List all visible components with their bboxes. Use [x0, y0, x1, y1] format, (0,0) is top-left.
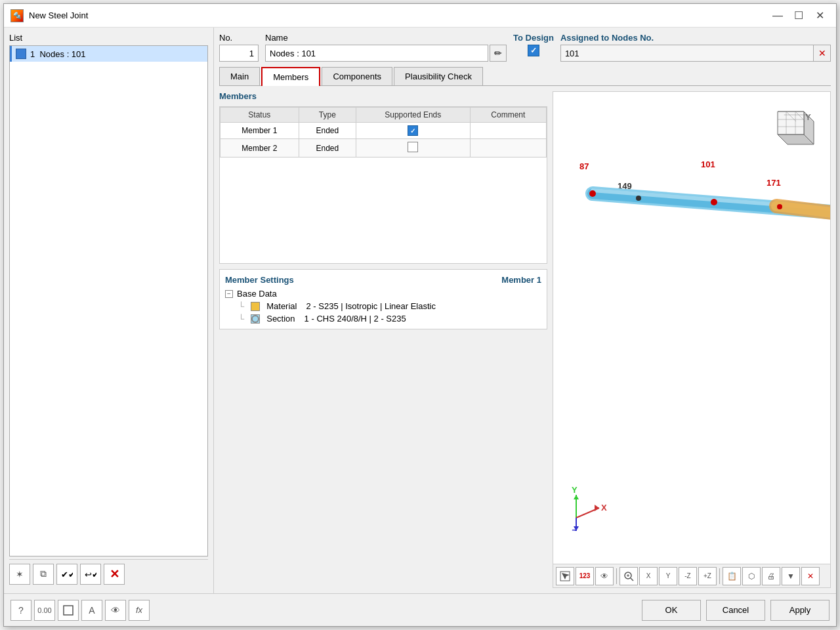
table-row[interactable]: Member 2 Ended — [220, 139, 547, 158]
section-circle — [251, 315, 259, 323]
top-bar: No. Name ✏ To Design Assigned to Nodes N… — [219, 33, 831, 62]
view-canvas[interactable]: Y 87 149 101 171 115 — [553, 92, 830, 564]
assigned-label: Assigned to Nodes No. — [560, 33, 831, 43]
ms-active-member: Member 1 — [501, 275, 541, 285]
formula-btn[interactable]: fx — [129, 600, 150, 621]
svg-text:Y: Y — [805, 112, 811, 122]
section-label: Section — [266, 314, 295, 324]
view-btn-y-axis[interactable]: Y — [659, 567, 677, 585]
view-btn-close[interactable]: ✕ — [801, 567, 820, 585]
add-icon-btn[interactable]: ✶ — [9, 564, 30, 585]
close-button[interactable]: ✕ — [810, 7, 830, 25]
svg-marker-33 — [574, 495, 579, 499]
list-item-text: 1 Nodes : 101 — [30, 49, 86, 59]
base-data-row[interactable]: − Base Data — [225, 289, 541, 299]
svg-text:Z: Z — [572, 528, 577, 531]
apply-button[interactable]: Apply — [770, 600, 830, 621]
name-label: Name — [265, 33, 507, 43]
units-btn[interactable] — [58, 600, 79, 621]
section-row: └ Section 1 - CHS 240/8/H | 2 - S235 — [238, 314, 541, 324]
no-field-group: No. — [219, 33, 259, 62]
supported-ends-checkbox-1[interactable] — [408, 125, 418, 136]
list-box[interactable]: 1 Nodes : 101 — [9, 45, 208, 556]
svg-rect-43 — [64, 606, 73, 615]
left-bottom-toolbar: ✶ ⧉ ✔✔ ↩✔ ✕ — [9, 559, 208, 588]
col-comment: Comment — [470, 108, 546, 123]
cell-comment-2 — [470, 139, 546, 158]
view-btn-x-axis[interactable]: X — [639, 567, 658, 585]
svg-text:101: 101 — [701, 159, 715, 169]
members-section-header: Members — [219, 91, 547, 101]
cell-comment-1 — [470, 123, 546, 139]
tab-members[interactable]: Members — [261, 67, 320, 86]
tab-components[interactable]: Components — [322, 67, 392, 85]
assigned-input-row: ✕ — [560, 45, 831, 62]
beam-diagram: 87 149 101 171 115 — [573, 158, 830, 236]
check-all-icon-btn[interactable]: ✔✔ — [56, 564, 77, 585]
minimize-button[interactable]: — — [768, 7, 788, 25]
duplicate-icon-btn[interactable]: ⧉ — [33, 564, 54, 585]
undo-check-icon-btn[interactable]: ↩✔ — [80, 564, 101, 585]
decimal-btn[interactable]: 0.00 — [34, 600, 55, 621]
delete-icon-btn[interactable]: ✕ — [104, 564, 125, 585]
visibility-btn[interactable]: 👁 — [105, 600, 126, 621]
svg-marker-32 — [595, 505, 599, 511]
dialog-window: 🔩 New Steel Joint — ☐ ✕ List 1 Nodes : 1… — [3, 3, 837, 627]
assigned-clear-btn[interactable]: ✕ — [814, 45, 831, 62]
view-btn-zoom[interactable] — [620, 567, 638, 585]
cell-supported-1[interactable] — [356, 123, 470, 139]
svg-text:171: 171 — [766, 178, 781, 188]
svg-text:Y: Y — [572, 485, 578, 495]
to-design-checkbox[interactable] — [528, 45, 539, 56]
name-field-group: Name ✏ — [265, 33, 507, 62]
view-btn-eye[interactable]: 👁 — [595, 567, 614, 585]
assigned-input[interactable] — [560, 45, 814, 62]
app-icon: 🔩 — [10, 9, 24, 22]
material-label: Material — [266, 301, 297, 311]
svg-point-27 — [777, 204, 782, 209]
section-color-swatch — [251, 314, 260, 324]
bottom-bar: ? 0.00 A 👁 fx OK Cancel Apply — [4, 593, 836, 626]
text-btn[interactable]: A — [81, 600, 102, 621]
cell-supported-2[interactable] — [356, 139, 470, 158]
tab-area: Main Members Components Plausibility Che… — [219, 67, 831, 588]
supported-ends-checkbox-2[interactable] — [408, 142, 418, 152]
cancel-button[interactable]: Cancel — [706, 600, 765, 621]
title-bar: 🔩 New Steel Joint — ☐ ✕ — [4, 4, 836, 28]
view-btn-numbers[interactable]: 123 — [576, 567, 594, 585]
no-input[interactable] — [219, 45, 259, 62]
name-input[interactable] — [265, 45, 488, 62]
svg-text:↩✔: ↩✔ — [85, 570, 96, 579]
view-btn-3d[interactable]: ⬡ — [742, 567, 761, 585]
table-row[interactable]: Member 1 Ended — [220, 123, 547, 139]
list-item[interactable]: 1 Nodes : 101 — [10, 46, 207, 62]
separator-2 — [719, 568, 720, 584]
edit-icon-btn[interactable]: ✏ — [490, 45, 507, 62]
collapse-btn[interactable]: − — [225, 290, 233, 298]
ms-tree: − Base Data └ Material 2 - S235 | Isotro… — [225, 289, 541, 324]
view-btn-z-up[interactable]: +Z — [698, 567, 717, 585]
tree-connector-material: └ — [238, 301, 244, 311]
separator-1 — [616, 568, 617, 584]
view-btn-print[interactable]: 🖨 — [762, 567, 780, 585]
view-btn-copy[interactable]: 📋 — [723, 567, 741, 585]
window-controls: — ☐ ✕ — [768, 7, 830, 25]
help-btn[interactable]: ? — [10, 600, 32, 621]
members-panel: Members Status Type Supported Ends Comme… — [219, 91, 547, 588]
view-btn-dropdown[interactable]: ▼ — [782, 567, 800, 585]
list-label: List — [9, 33, 208, 43]
right-panel: No. Name ✏ To Design Assigned to Nodes N… — [214, 28, 836, 593]
ok-button[interactable]: OK — [642, 600, 701, 621]
view-btn-z-down[interactable]: -Z — [679, 567, 697, 585]
left-panel: List 1 Nodes : 101 ✶ ⧉ ✔✔ ↩✔ ✕ — [4, 28, 214, 593]
maximize-button[interactable]: ☐ — [789, 7, 808, 25]
tab-main[interactable]: Main — [219, 67, 260, 85]
col-supported-ends: Supported Ends — [356, 108, 470, 123]
cell-type-1: Ended — [299, 123, 356, 139]
view-btn-select[interactable] — [556, 567, 574, 585]
cell-type-2: Ended — [299, 139, 356, 158]
tab-plausibility[interactable]: Plausibility Check — [394, 67, 483, 85]
col-type: Type — [299, 108, 356, 123]
members-table: Status Type Supported Ends Comment Membe… — [220, 107, 547, 158]
axis-indicator: X Y Z — [563, 485, 616, 531]
